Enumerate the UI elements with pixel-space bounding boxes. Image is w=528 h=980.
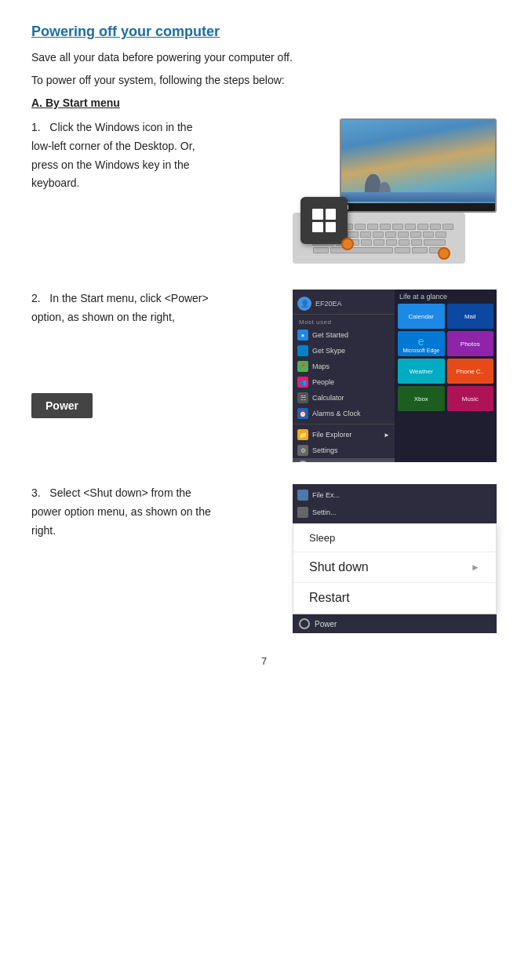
people-icon: 👥 <box>297 377 308 388</box>
step-2-description: In the Start menu, click <Power> option,… <box>31 292 209 323</box>
start-menu-right-panel: Life at a glance Calendar Mail e Microso… <box>395 290 497 462</box>
pm-shutdown-item[interactable]: Shut down ► <box>293 552 496 583</box>
step-2-text-col: 2. In the Start menu, click <Power> opti… <box>31 290 220 462</box>
sm-get-skype: 👤 Get Skype <box>293 343 395 359</box>
edge-tile: e Microsoft Edge <box>398 331 445 356</box>
step-1-number: 1. <box>31 121 41 133</box>
pm-file-explorer-icon <box>297 490 308 501</box>
windows-key-keyboard-indicator <box>341 238 354 250</box>
step-1-text-col: 1. Click the Windows icon in the low-lef… <box>31 118 220 268</box>
power-icon <box>297 461 308 462</box>
start-menu-left-panel: 👤 EF20EA Most used ● Get Started 👤 Get S… <box>293 290 395 462</box>
sm-get-started: ● Get Started <box>293 327 395 343</box>
sm-maps: 📍 Maps <box>293 359 395 374</box>
sm-settings: ⚙ Settings <box>293 443 395 458</box>
pm-settings-icon <box>297 507 308 518</box>
step-1-description: Click the Windows icon in the low-left c… <box>31 121 195 189</box>
start-menu-username: EF20EA <box>315 300 342 308</box>
step-1-label: 1. Click the Windows icon in the low-lef… <box>31 118 212 193</box>
start-menu-user: 👤 EF20EA <box>293 293 395 315</box>
intro-text-1: Save all your data before powering your … <box>31 49 497 66</box>
maps-icon: 📍 <box>297 361 308 372</box>
screen-taskbar <box>341 203 495 211</box>
step-2-row: 2. In the Start menu, click <Power> opti… <box>31 290 497 462</box>
sm-people: 👥 People <box>293 374 395 390</box>
photos-tile: Photos <box>447 331 494 356</box>
step-2-label: 2. In the Start menu, click <Power> opti… <box>31 290 212 327</box>
step-3-row: 3. Select <Shut down> from the power opt… <box>31 484 497 633</box>
pm-power-row: Power <box>293 614 497 633</box>
user-avatar-icon: 👤 <box>297 297 311 311</box>
step-2-image-col: 👤 EF20EA Most used ● Get Started 👤 Get S… <box>220 290 497 462</box>
step-3-text-col: 3. Select <Shut down> from the power opt… <box>31 484 220 633</box>
sm-alarms: ⏰ Alarms & Clock <box>293 406 395 421</box>
pm-sleep-item[interactable]: Sleep <box>293 524 496 552</box>
weather-tile: Weather <box>398 359 445 384</box>
windows-key-screen-indicator <box>438 247 450 260</box>
sm-power: Power <box>293 458 395 462</box>
most-used-label: Most used <box>293 317 395 327</box>
skype-icon: 👤 <box>297 345 308 356</box>
windows-key-large <box>300 197 348 244</box>
step-3-image-col: File Ex... Settin... Sleep Shut down ► R… <box>220 484 497 633</box>
get-started-icon: ● <box>297 330 308 341</box>
sm-calculator: ☵ Calculator <box>293 390 395 406</box>
step-1-row: 1. Click the Windows icon in the low-lef… <box>31 118 497 268</box>
pm-file-explorer-bg: File Ex... <box>293 486 497 504</box>
section-a-header: A. By Start menu <box>31 97 497 109</box>
mail-tile: Mail <box>447 304 494 329</box>
life-at-a-glance-title: Life at a glance <box>398 293 493 301</box>
power-menu-image: File Ex... Settin... Sleep Shut down ► R… <box>293 484 497 633</box>
phone-tile: Phone C.. <box>447 359 494 384</box>
step-2-number: 2. <box>31 292 41 304</box>
pm-power-label: Power <box>315 620 337 628</box>
music-tile: Music <box>447 386 494 411</box>
page-title: Powering off your computer <box>31 24 497 40</box>
screen-display <box>340 118 497 213</box>
start-menu-tiles: Calendar Mail e Microsoft Edge Photos We… <box>398 304 493 411</box>
step-1-image <box>293 118 497 268</box>
settings-icon: ⚙ <box>297 445 308 456</box>
calculator-icon: ☵ <box>297 392 308 403</box>
step-3-label: 3. Select <Shut down> from the power opt… <box>31 484 212 540</box>
file-explorer-icon: 📁 <box>297 429 308 440</box>
power-bubble-label: Power <box>31 393 93 418</box>
step-1-image-col <box>220 118 497 268</box>
pm-settings-bg: Settin... <box>293 504 497 521</box>
power-menu-bg: File Ex... Settin... <box>293 484 497 523</box>
page-number: 7 <box>31 655 497 667</box>
step-3-description: Select <Shut down> from the power option… <box>31 486 211 537</box>
pm-restart-item[interactable]: Restart <box>293 583 496 614</box>
windows-logo <box>312 209 336 232</box>
alarm-icon: ⏰ <box>297 408 308 419</box>
sm-file-explorer: 📁 File Explorer ► <box>293 427 395 443</box>
power-flyout-menu: Sleep Shut down ► Restart <box>293 523 497 614</box>
intro-text-2: To power off your system, following the … <box>31 72 497 89</box>
xbox-tile: Xbox <box>398 386 445 411</box>
calendar-tile: Calendar <box>398 304 445 329</box>
start-menu-image: 👤 EF20EA Most used ● Get Started 👤 Get S… <box>293 290 497 462</box>
step-3-number: 3. <box>31 486 41 499</box>
pm-power-circle-icon <box>299 618 310 629</box>
